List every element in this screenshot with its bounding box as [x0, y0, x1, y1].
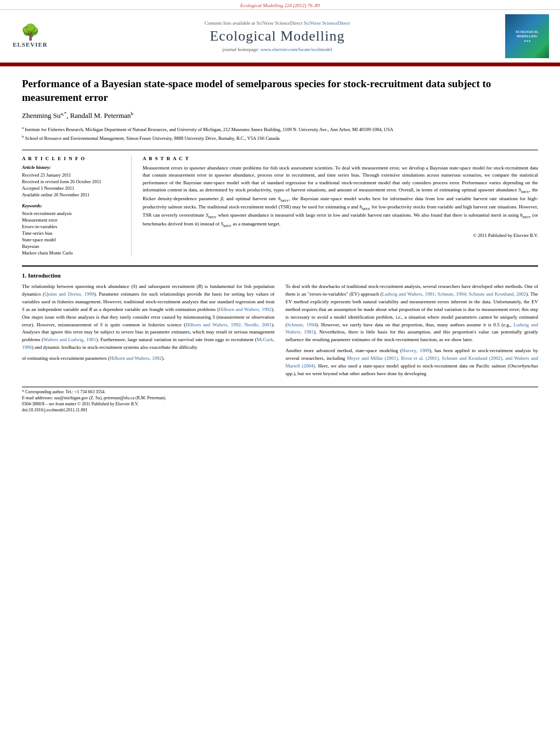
- affiliation-b: b School of Resource and Environmental M…: [22, 134, 538, 142]
- homepage-label: journal homepage:: [223, 47, 259, 52]
- body-separator: [22, 265, 538, 267]
- body-right-column: To deal with the drawbacks of traditiona…: [286, 283, 539, 381]
- copyright-line: © 2011 Published by Elsevier B.V.: [143, 232, 538, 239]
- keyword-7: Markov chain Monte Carlo: [22, 250, 125, 256]
- beta-symbol: β: [220, 196, 223, 201]
- keyword-6: Bayesian: [22, 244, 125, 249]
- sciverse-link[interactable]: SciVerse ScienceDirect: [304, 20, 350, 26]
- eco-modelling-logo: ECOLOGICALMODELLING ■ ■ ■: [505, 14, 549, 58]
- article-info-column: A R T I C L E I N F O Article history: R…: [22, 156, 132, 257]
- elsevier-logo: 🌳 ELSEVIER: [11, 25, 49, 48]
- journal-title: Ecological Modelling: [55, 28, 500, 44]
- intro-paragraph-1: The relationship between spawning stock …: [22, 283, 275, 352]
- intro-paragraph-4: Another more advanced method, state-spac…: [286, 347, 539, 378]
- journal-header: 🌳 ELSEVIER Contents lists available at S…: [0, 10, 560, 64]
- eco-logo-subtitle: ■ ■ ■: [524, 39, 530, 42]
- authors-line: Zhenming Sua,*, Randall M. Petermanb: [22, 111, 538, 120]
- abstract-text: Measurement errors in spawner abundance …: [143, 165, 538, 239]
- intro-paragraph-3: To deal with the drawbacks of traditiona…: [286, 283, 539, 344]
- accepted-date: Accepted 1 November 2011: [22, 185, 125, 191]
- contents-text: Contents lists available at SciVerse Sci…: [205, 20, 303, 26]
- keywords-section: Keywords: Stock-recruitment analysis Mea…: [22, 203, 125, 256]
- affiliation-a-text: Institute for Fisheries Research, Michig…: [25, 127, 393, 132]
- body-left-column: The relationship between spawning stock …: [22, 283, 275, 381]
- journal-reference: Ecological Modelling 224 (2012) 76–89: [240, 3, 320, 8]
- keyword-5: State-space model: [22, 237, 125, 242]
- main-content: Performance of a Bayesian state-space mo…: [0, 66, 560, 425]
- alpha-symbol: α: [347, 204, 350, 210]
- abstract-paragraph: Measurement errors in spawner abundance …: [143, 165, 538, 229]
- journal-homepage: journal homepage: www.elsevier.com/locat…: [55, 47, 500, 52]
- email-text: E-mail addresses: suz@michigan.gov (Z. S…: [22, 395, 166, 400]
- available-online-date: Available online 26 November 2011: [22, 192, 125, 197]
- intro-paragraph-2: of estimating stock-recruitment paramete…: [22, 355, 275, 363]
- corresponding-note: * Corresponding author. Tel.: +1 734 663…: [22, 389, 538, 394]
- keyword-1: Stock-recruitment analysis: [22, 211, 125, 216]
- article-info-abstract-section: A R T I C L E I N F O Article history: R…: [22, 150, 538, 257]
- received-date: Received 25 January 2011: [22, 172, 125, 178]
- affiliation-b-text: School of Resource and Environmental Man…: [25, 135, 280, 141]
- section-1-title: 1. Introduction: [22, 272, 538, 279]
- issn-text: 0304-3800/$ – see front matter © 2011 Pu…: [22, 401, 139, 406]
- journal-center: Contents lists available at SciVerse Sci…: [55, 20, 500, 52]
- keyword-2: Measurement error: [22, 217, 125, 223]
- received-revised-date: Received in revised form 26 October 2011: [22, 179, 125, 184]
- article-footer: * Corresponding author. Tel.: +1 734 663…: [22, 387, 538, 412]
- author-b-sup: b: [131, 111, 134, 116]
- journal-top-bar: Ecological Modelling 224 (2012) 76–89: [0, 0, 560, 10]
- body-two-col: The relationship between spawning stock …: [22, 283, 538, 381]
- keywords-label: Keywords:: [22, 203, 125, 208]
- abstract-heading: A B S T R A C T: [143, 156, 538, 161]
- keyword-4: Time-series bias: [22, 230, 125, 236]
- author-a-sup: a,*: [60, 111, 66, 116]
- elsevier-tree-icon: 🌳: [21, 25, 40, 40]
- abstract-column: A B S T R A C T Measurement errors in sp…: [143, 156, 538, 257]
- contents-available-line: Contents lists available at SciVerse Sci…: [55, 20, 500, 26]
- article-info-heading: A R T I C L E I N F O: [22, 156, 125, 161]
- affiliation-a: a Institute for Fisheries Research, Mich…: [22, 125, 538, 133]
- doi-note: doi:10.1016/j.ecolmodel.2011.11.001: [22, 408, 538, 412]
- doi-text: doi:10.1016/j.ecolmodel.2011.11.001: [22, 408, 88, 412]
- article-history-label: Article history:: [22, 165, 125, 170]
- homepage-url[interactable]: www.elsevier.com/locate/ecolmodel: [261, 47, 332, 52]
- article-title: Performance of a Bayesian state-space mo…: [22, 77, 538, 104]
- eco-logo-text: ECOLOGICALMODELLING: [516, 30, 538, 39]
- issn-note: 0304-3800/$ – see front matter © 2011 Pu…: [22, 401, 538, 406]
- elsevier-wordmark: ELSEVIER: [13, 41, 48, 48]
- email-note: E-mail addresses: suz@michigan.gov (Z. S…: [22, 395, 538, 400]
- keyword-3: Errors-in-variables: [22, 224, 125, 229]
- corresponding-text: * Corresponding author. Tel.: +1 734 663…: [22, 389, 105, 394]
- affiliations: a Institute for Fisheries Research, Mich…: [22, 125, 538, 142]
